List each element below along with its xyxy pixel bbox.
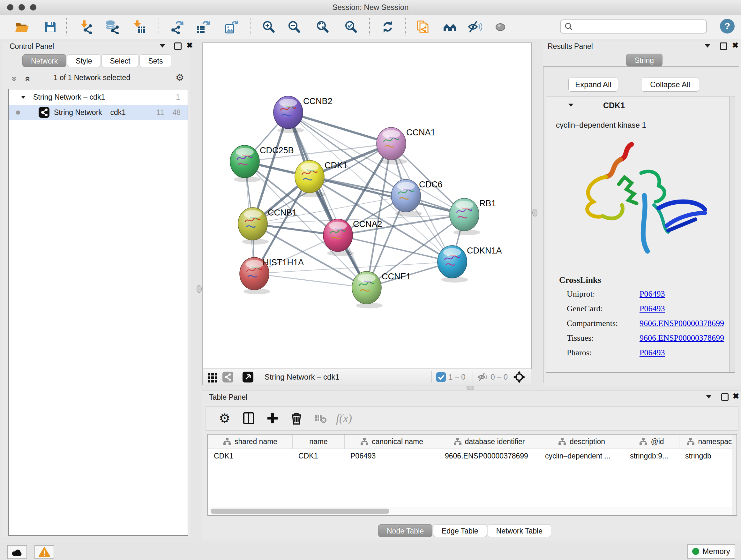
network-node-RB1[interactable] <box>450 198 480 235</box>
results-scrollbar[interactable] <box>730 97 734 372</box>
table-vertical-scrollbar[interactable] <box>732 435 737 515</box>
string-network-graph[interactable]: CCNB2CCNA1CDC25BCDK1CDC6RB1CCNB1CCNA2CDK… <box>203 43 531 368</box>
column-header-canonical-name[interactable]: canonical name <box>345 435 439 449</box>
crosslink-label: Uniprot: <box>567 289 595 299</box>
hide-selected-icon[interactable] <box>467 19 482 34</box>
import-network-from-database-icon[interactable] <box>105 19 120 34</box>
crosslink-link[interactable]: 9606.ENSP00000378699 <box>639 319 724 328</box>
panel-menu-icon[interactable] <box>159 44 165 48</box>
crosslink-link[interactable]: 9606.ENSP00000378699 <box>639 333 724 343</box>
crosslink-link[interactable]: P06493 <box>639 348 665 358</box>
collapse-all-button[interactable]: Collapse All <box>641 78 699 91</box>
cell-name[interactable]: CDK1 <box>293 449 345 462</box>
search-input[interactable] <box>573 22 706 31</box>
tab-node-table[interactable]: Node Table <box>378 524 432 537</box>
delete-table-icon[interactable] <box>313 411 327 425</box>
network-node-CCNA2[interactable] <box>323 219 354 256</box>
cell-@id[interactable]: stringdb:9... <box>624 449 679 462</box>
network-options-gear-icon[interactable]: ⚙ <box>176 72 184 83</box>
zoom-out-icon[interactable] <box>287 19 301 34</box>
first-neighbors-icon[interactable] <box>443 19 457 34</box>
panel-float-icon[interactable] <box>174 43 182 50</box>
network-node-CCNE1[interactable] <box>352 271 383 308</box>
import-table-from-file-icon[interactable] <box>132 19 146 34</box>
panel-close-icon[interactable]: ✖ <box>186 42 193 49</box>
tab-network[interactable]: Network <box>22 54 66 67</box>
tab-style[interactable]: Style <box>67 54 100 67</box>
show-all-icon[interactable] <box>493 19 508 34</box>
function-builder-icon[interactable]: f(x) <box>336 411 361 425</box>
expand-all-button[interactable]: Expand All <box>568 78 618 91</box>
column-header-@id[interactable]: @id <box>624 435 679 449</box>
cell-namespac[interactable]: stringdb <box>679 449 739 462</box>
create-column-icon[interactable] <box>266 411 280 425</box>
show-columns-icon[interactable] <box>242 411 256 425</box>
import-network-from-file-icon[interactable] <box>79 19 93 34</box>
column-header-shared-name[interactable]: shared name <box>208 435 293 449</box>
panel-close-icon[interactable]: ✖ <box>732 42 738 49</box>
birdseye-navigator-icon[interactable] <box>513 371 526 383</box>
tab-edge-table[interactable]: Edge Table <box>433 524 487 537</box>
open-in-new-window-icon[interactable] <box>243 372 253 382</box>
panel-float-icon[interactable] <box>720 43 727 50</box>
cloud-status-button[interactable] <box>7 545 27 559</box>
apply-layout-refresh-icon[interactable] <box>381 19 395 34</box>
table-horizontal-scrollbar[interactable] <box>208 507 732 515</box>
selected-checkbox-icon[interactable] <box>436 372 446 382</box>
global-search-box[interactable] <box>560 19 707 34</box>
node-detail-header[interactable]: CDK1 <box>546 97 735 115</box>
tab-string[interactable]: String <box>626 54 663 66</box>
tab-select[interactable]: Select <box>102 54 139 67</box>
cell-shared-name[interactable]: CDK1 <box>208 449 293 462</box>
network-node-CDC6[interactable] <box>391 179 422 216</box>
node-table: shared namenamecanonical namedatabase id… <box>207 434 737 516</box>
open-session-icon[interactable] <box>14 19 29 34</box>
scrollbar-thumb[interactable] <box>211 509 389 514</box>
bottom-splitter-handle[interactable] <box>467 386 474 390</box>
panel-menu-icon[interactable] <box>706 395 712 398</box>
table-options-gear-icon[interactable]: ⚙ <box>218 411 232 425</box>
crosslink-link[interactable]: P06493 <box>639 289 665 299</box>
network-collection-list: String Network – cdk1 1 String Network –… <box>8 89 188 536</box>
network-row-selected[interactable]: String Network – cdk1 11 48 <box>9 105 188 120</box>
network-node-CDC25B[interactable] <box>230 145 261 182</box>
crosslinks-heading: CrossLinks <box>559 275 601 285</box>
left-splitter-handle[interactable] <box>197 285 202 293</box>
panel-float-icon[interactable] <box>721 393 729 401</box>
grid-view-icon[interactable] <box>207 372 218 382</box>
network-badge-icon[interactable] <box>222 372 233 382</box>
zoom-in-icon[interactable] <box>261 19 276 34</box>
crosslink-link[interactable]: P06493 <box>639 304 665 314</box>
column-header-description[interactable]: description <box>539 435 624 449</box>
help-button[interactable]: ? <box>720 19 735 34</box>
network-node-CCNB2[interactable] <box>273 96 304 133</box>
panel-close-icon[interactable]: ✖ <box>733 393 739 399</box>
column-header-database-identifier[interactable]: database identifier <box>439 435 539 449</box>
collection-expand-icon[interactable] <box>21 96 25 99</box>
clone-network-icon[interactable] <box>415 19 430 34</box>
network-view-canvas[interactable]: CCNB2CCNA1CDC25BCDK1CDC6RB1CCNB1CCNA2CDK… <box>202 43 532 369</box>
memory-button[interactable]: Memory <box>687 544 735 559</box>
delete-column-icon[interactable] <box>289 411 304 425</box>
network-node-CDKN1A[interactable] <box>437 246 468 283</box>
export-table-icon[interactable] <box>195 19 210 34</box>
export-network-icon[interactable] <box>169 19 184 34</box>
zoom-selected-icon[interactable] <box>344 19 358 34</box>
save-session-icon[interactable] <box>43 19 58 34</box>
tab-network-table[interactable]: Network Table <box>488 524 551 537</box>
memory-status-dot <box>692 548 699 555</box>
panel-menu-icon[interactable] <box>704 44 711 48</box>
tab-sets[interactable]: Sets <box>139 54 172 67</box>
right-splitter-handle[interactable] <box>532 209 537 216</box>
zoom-fit-icon[interactable] <box>315 19 330 34</box>
column-header-name[interactable]: name <box>293 435 345 449</box>
collapse-entry-icon[interactable] <box>568 104 573 107</box>
export-image-icon[interactable] <box>223 19 238 34</box>
warning-status-button[interactable] <box>35 545 54 559</box>
network-collection-row[interactable]: String Network – cdk1 1 <box>9 89 188 105</box>
hidden-eye-slash-icon[interactable] <box>477 372 488 382</box>
cell-canonical-name[interactable]: P06493 <box>345 449 439 462</box>
cell-description[interactable]: cyclin–dependent ... <box>539 449 624 462</box>
cell-database-identifier[interactable]: 9606.ENSP00000378699 <box>439 449 539 462</box>
column-header-namespac[interactable]: namespac <box>679 435 739 449</box>
